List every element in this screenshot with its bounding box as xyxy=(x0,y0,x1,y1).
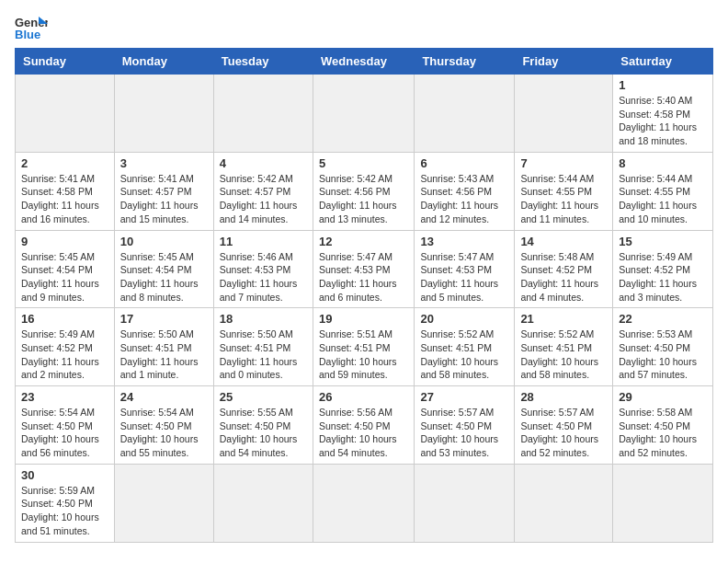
calendar-day-cell: 24Sunrise: 5:54 AM Sunset: 4:50 PM Dayli… xyxy=(114,386,213,465)
calendar-day-cell: 3Sunrise: 5:41 AM Sunset: 4:57 PM Daylig… xyxy=(114,152,213,230)
calendar-day-cell: 11Sunrise: 5:46 AM Sunset: 4:53 PM Dayli… xyxy=(213,230,313,308)
day-info: Sunrise: 5:59 AM Sunset: 4:50 PM Dayligh… xyxy=(21,484,108,538)
day-info: Sunrise: 5:46 AM Sunset: 4:53 PM Dayligh… xyxy=(220,250,307,304)
day-info: Sunrise: 5:50 AM Sunset: 4:51 PM Dayligh… xyxy=(120,327,208,382)
day-info: Sunrise: 5:41 AM Sunset: 4:57 PM Dayligh… xyxy=(120,172,208,226)
calendar-week-row: 23Sunrise: 5:54 AM Sunset: 4:50 PM Dayli… xyxy=(16,386,713,465)
day-info: Sunrise: 5:57 AM Sunset: 4:50 PM Dayligh… xyxy=(520,406,607,460)
calendar-day-cell: 14Sunrise: 5:48 AM Sunset: 4:52 PM Dayli… xyxy=(515,230,613,308)
day-number: 25 xyxy=(220,390,307,404)
calendar-day-cell xyxy=(415,75,515,153)
day-info: Sunrise: 5:53 AM Sunset: 4:50 PM Dayligh… xyxy=(619,327,707,382)
calendar-day-cell: 13Sunrise: 5:47 AM Sunset: 4:53 PM Dayli… xyxy=(415,230,515,308)
calendar-day-cell xyxy=(213,75,313,153)
calendar-day-cell: 21Sunrise: 5:52 AM Sunset: 4:51 PM Dayli… xyxy=(515,308,613,386)
calendar-day-cell: 28Sunrise: 5:57 AM Sunset: 4:50 PM Dayli… xyxy=(515,386,613,465)
day-number: 5 xyxy=(319,156,408,170)
calendar-day-header: Sunday xyxy=(16,49,115,75)
day-info: Sunrise: 5:49 AM Sunset: 4:52 PM Dayligh… xyxy=(619,250,707,304)
day-number: 23 xyxy=(21,390,108,404)
day-number: 7 xyxy=(520,156,607,170)
day-info: Sunrise: 5:42 AM Sunset: 4:56 PM Dayligh… xyxy=(319,172,408,226)
calendar-week-row: 2Sunrise: 5:41 AM Sunset: 4:58 PM Daylig… xyxy=(16,152,713,230)
calendar-day-cell: 29Sunrise: 5:58 AM Sunset: 4:50 PM Dayli… xyxy=(613,386,713,465)
day-number: 20 xyxy=(420,312,508,326)
calendar-day-cell: 5Sunrise: 5:42 AM Sunset: 4:56 PM Daylig… xyxy=(313,152,414,230)
logo: General Blue xyxy=(15,15,48,40)
day-info: Sunrise: 5:45 AM Sunset: 4:54 PM Dayligh… xyxy=(21,250,108,304)
calendar-day-cell xyxy=(213,464,313,542)
day-info: Sunrise: 5:47 AM Sunset: 4:53 PM Dayligh… xyxy=(420,250,508,304)
day-number: 11 xyxy=(220,235,307,248)
day-info: Sunrise: 5:54 AM Sunset: 4:50 PM Dayligh… xyxy=(21,406,108,460)
day-number: 18 xyxy=(220,312,307,326)
day-info: Sunrise: 5:42 AM Sunset: 4:57 PM Dayligh… xyxy=(220,172,307,226)
day-info: Sunrise: 5:50 AM Sunset: 4:51 PM Dayligh… xyxy=(220,327,307,382)
day-number: 24 xyxy=(120,390,208,404)
calendar-day-cell: 17Sunrise: 5:50 AM Sunset: 4:51 PM Dayli… xyxy=(114,308,213,386)
day-info: Sunrise: 5:58 AM Sunset: 4:50 PM Dayligh… xyxy=(619,406,707,460)
calendar-day-header: Friday xyxy=(515,49,613,75)
calendar-week-row: 30Sunrise: 5:59 AM Sunset: 4:50 PM Dayli… xyxy=(16,464,713,542)
calendar-day-header: Monday xyxy=(114,49,213,75)
day-number: 19 xyxy=(319,312,408,326)
calendar-week-row: 9Sunrise: 5:45 AM Sunset: 4:54 PM Daylig… xyxy=(16,230,713,308)
calendar-day-cell: 25Sunrise: 5:55 AM Sunset: 4:50 PM Dayli… xyxy=(213,386,313,465)
calendar-day-cell: 20Sunrise: 5:52 AM Sunset: 4:51 PM Dayli… xyxy=(415,308,515,386)
day-number: 15 xyxy=(619,235,707,248)
calendar-week-row: 16Sunrise: 5:49 AM Sunset: 4:52 PM Dayli… xyxy=(16,308,713,386)
day-info: Sunrise: 5:49 AM Sunset: 4:52 PM Dayligh… xyxy=(21,327,108,382)
calendar-day-cell xyxy=(16,75,115,153)
day-info: Sunrise: 5:56 AM Sunset: 4:50 PM Dayligh… xyxy=(319,406,408,460)
day-number: 2 xyxy=(21,156,108,170)
calendar-day-cell xyxy=(114,75,213,153)
calendar-day-cell: 9Sunrise: 5:45 AM Sunset: 4:54 PM Daylig… xyxy=(16,230,115,308)
calendar-day-cell: 15Sunrise: 5:49 AM Sunset: 4:52 PM Dayli… xyxy=(613,230,713,308)
calendar-day-cell xyxy=(613,464,713,542)
day-number: 4 xyxy=(220,156,307,170)
calendar-day-cell xyxy=(415,464,515,542)
calendar-week-row: 1Sunrise: 5:40 AM Sunset: 4:58 PM Daylig… xyxy=(16,75,713,153)
day-info: Sunrise: 5:48 AM Sunset: 4:52 PM Dayligh… xyxy=(520,250,607,304)
calendar-day-cell: 12Sunrise: 5:47 AM Sunset: 4:53 PM Dayli… xyxy=(313,230,414,308)
day-number: 6 xyxy=(420,156,508,170)
calendar-day-cell: 4Sunrise: 5:42 AM Sunset: 4:57 PM Daylig… xyxy=(213,152,313,230)
day-number: 8 xyxy=(619,156,707,170)
day-number: 12 xyxy=(319,235,408,248)
day-info: Sunrise: 5:44 AM Sunset: 4:55 PM Dayligh… xyxy=(619,172,707,226)
calendar-day-cell: 18Sunrise: 5:50 AM Sunset: 4:51 PM Dayli… xyxy=(213,308,313,386)
day-info: Sunrise: 5:45 AM Sunset: 4:54 PM Dayligh… xyxy=(120,250,208,304)
day-number: 17 xyxy=(120,312,208,326)
day-info: Sunrise: 5:44 AM Sunset: 4:55 PM Dayligh… xyxy=(520,172,607,226)
calendar-day-cell xyxy=(515,464,613,542)
calendar-header-row: SundayMondayTuesdayWednesdayThursdayFrid… xyxy=(16,49,713,75)
calendar-day-cell: 2Sunrise: 5:41 AM Sunset: 4:58 PM Daylig… xyxy=(16,152,115,230)
day-number: 9 xyxy=(21,235,108,248)
calendar-table: SundayMondayTuesdayWednesdayThursdayFrid… xyxy=(15,48,713,543)
calendar-day-header: Wednesday xyxy=(313,49,414,75)
calendar-day-header: Tuesday xyxy=(213,49,313,75)
day-number: 14 xyxy=(520,235,607,248)
calendar-day-cell: 16Sunrise: 5:49 AM Sunset: 4:52 PM Dayli… xyxy=(16,308,115,386)
day-info: Sunrise: 5:40 AM Sunset: 4:58 PM Dayligh… xyxy=(619,94,707,148)
day-number: 30 xyxy=(21,468,108,482)
calendar-day-cell xyxy=(515,75,613,153)
day-number: 21 xyxy=(520,312,607,326)
calendar-day-cell: 8Sunrise: 5:44 AM Sunset: 4:55 PM Daylig… xyxy=(613,152,713,230)
calendar-day-cell: 1Sunrise: 5:40 AM Sunset: 4:58 PM Daylig… xyxy=(613,75,713,153)
logo-icon: General Blue xyxy=(15,15,48,40)
calendar-day-cell: 19Sunrise: 5:51 AM Sunset: 4:51 PM Dayli… xyxy=(313,308,414,386)
calendar-day-cell: 30Sunrise: 5:59 AM Sunset: 4:50 PM Dayli… xyxy=(16,464,115,542)
calendar-day-header: Thursday xyxy=(415,49,515,75)
calendar-day-cell xyxy=(313,75,414,153)
day-info: Sunrise: 5:52 AM Sunset: 4:51 PM Dayligh… xyxy=(520,327,607,382)
day-number: 13 xyxy=(420,235,508,248)
day-info: Sunrise: 5:57 AM Sunset: 4:50 PM Dayligh… xyxy=(420,406,508,460)
day-number: 1 xyxy=(619,78,707,92)
day-info: Sunrise: 5:43 AM Sunset: 4:56 PM Dayligh… xyxy=(420,172,508,226)
day-info: Sunrise: 5:47 AM Sunset: 4:53 PM Dayligh… xyxy=(319,250,408,304)
calendar-day-cell: 7Sunrise: 5:44 AM Sunset: 4:55 PM Daylig… xyxy=(515,152,613,230)
svg-text:Blue: Blue xyxy=(15,28,40,40)
calendar-day-cell xyxy=(313,464,414,542)
day-number: 27 xyxy=(420,390,508,404)
